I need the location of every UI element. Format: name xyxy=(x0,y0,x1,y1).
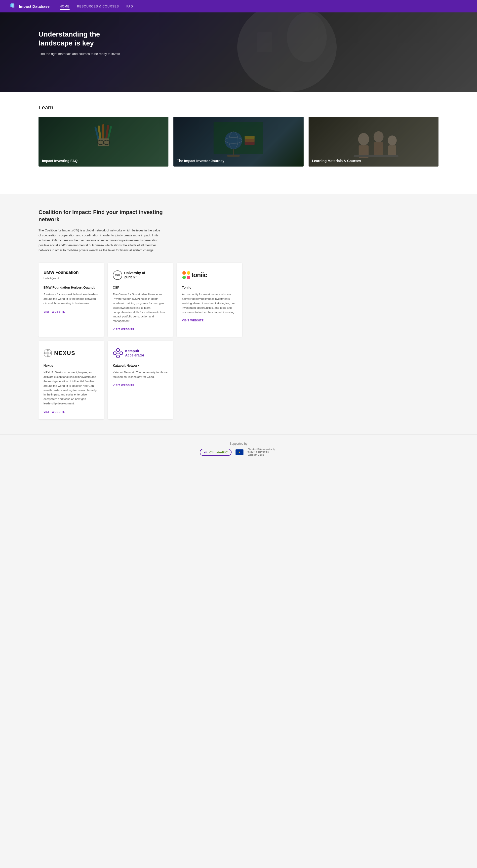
bmw-partner-desc: A network for responsible business leade… xyxy=(43,292,99,306)
nav-links: HOME RESOURCES & COURSES FAQ xyxy=(60,4,133,8)
uzh-logo-area: UZH University ofZurichZH xyxy=(113,268,168,282)
bmw-visit-link[interactable]: VISIT WEBSITE xyxy=(43,310,65,313)
nexus-logo-area: NEXUS xyxy=(43,346,99,360)
learn-card-journey-label: The Impact Investor Journey xyxy=(177,159,224,163)
nav-faq-link[interactable]: FAQ xyxy=(126,5,133,9)
hero-section: Understanding the landscape is key Find … xyxy=(0,12,477,92)
uzh-text: University ofZurichZH xyxy=(124,271,145,279)
coalition-title: Coalition for Impact: Find your impact i… xyxy=(38,209,163,223)
learn-section-title: Learn xyxy=(38,104,439,111)
eit-text: eit xyxy=(204,451,208,454)
toniic-name-logo: toniic xyxy=(191,271,207,279)
bmw-logo-text: BMW FoundationHerbert Quandt xyxy=(43,270,78,280)
logo-icon xyxy=(10,3,17,10)
main-content: Learn Impac xyxy=(0,92,477,194)
svg-point-38 xyxy=(47,355,49,357)
bmw-logo-sub: Herbert Quandt xyxy=(43,277,59,280)
uzh-circle: UZH xyxy=(113,271,122,280)
nexus-partner-desc: NEXUS: Seeks to connect, inspire, and ac… xyxy=(43,370,99,406)
toniic-logo-area: toniic xyxy=(182,268,237,282)
nav-faq[interactable]: FAQ xyxy=(126,4,133,8)
svg-point-4 xyxy=(287,12,327,62)
learn-card-journey[interactable]: The Impact Investor Journey xyxy=(173,117,303,166)
toniic-visit-link[interactable]: VISIT WEBSITE xyxy=(182,319,203,322)
nav-resources-link[interactable]: RESOURCES & COURSES xyxy=(77,5,119,9)
svg-rect-2 xyxy=(12,4,14,8)
toniic-partner-desc: A community for asset owners who are act… xyxy=(182,292,237,314)
uzh-logo: UZH University ofZurichZH xyxy=(113,271,145,280)
svg-point-45 xyxy=(117,348,120,351)
learn-cards-container: Impact Investing FAQ xyxy=(38,117,439,166)
learn-card-faq[interactable]: Impact Investing FAQ xyxy=(38,117,168,166)
hero-title: Understanding the landscape is key xyxy=(38,30,124,48)
svg-point-36 xyxy=(46,352,50,355)
uzh-visit-link[interactable]: VISIT WEBSITE xyxy=(113,328,134,331)
katapult-partner-desc: Katapult Network: The community for thos… xyxy=(113,370,168,379)
partner-card-toniic: toniic Toniic A community for asset owne… xyxy=(177,263,242,337)
svg-rect-5 xyxy=(257,32,272,52)
nexus-logo-icon xyxy=(43,349,52,358)
nexus-logo: NEXUS xyxy=(43,349,75,358)
footer-eu-note: Climate-KIC is supported by the EIT, a b… xyxy=(248,448,277,457)
nexus-visit-link[interactable]: VISIT WEBSITE xyxy=(43,410,65,413)
bmw-logo-area: BMW FoundationHerbert Quandt xyxy=(43,268,99,282)
svg-point-33 xyxy=(182,276,186,279)
toniic-partner-name: Toniic xyxy=(182,285,237,290)
uzh-partner-desc: The Center for Sustainable Finance and P… xyxy=(113,292,168,323)
svg-point-47 xyxy=(120,352,123,355)
nav-home-link[interactable]: HOME xyxy=(60,5,69,10)
partner-card-uzh: UZH University ofZurichZH CSP The Center… xyxy=(108,263,173,337)
partner-grid: BMW FoundationHerbert Quandt BMW Foundat… xyxy=(38,263,242,419)
nav-resources[interactable]: RESOURCES & COURSES xyxy=(77,4,119,8)
learn-card-courses[interactable]: Learning Materials & Courses xyxy=(309,117,439,166)
svg-point-37 xyxy=(47,349,49,351)
katapult-logo-icon xyxy=(113,348,123,359)
coalition-description: The Coalition for Impact (C4i) is a glob… xyxy=(38,228,163,253)
partner-card-nexus: NEXUS Nexus NEXUS: Seeks to connect, ins… xyxy=(38,341,104,419)
eu-flag-icon: ★ xyxy=(235,450,244,455)
svg-point-39 xyxy=(44,352,46,354)
logo-text: Impact Database xyxy=(19,4,50,8)
katapult-visit-link[interactable]: VISIT WEBSITE xyxy=(113,384,134,387)
katapult-logo-area: KatapultAccelerator xyxy=(113,346,168,360)
svg-point-34 xyxy=(187,276,190,279)
footer-supported-text: Supported by xyxy=(0,442,477,445)
uzh-partner-name: CSP xyxy=(113,285,168,290)
katapult-name-logo: KatapultAccelerator xyxy=(125,349,144,358)
svg-point-48 xyxy=(117,355,120,358)
navbar: Impact Database HOME RESOURCES & COURSES… xyxy=(0,0,477,12)
svg-point-32 xyxy=(187,271,190,275)
nexus-name-logo: NEXUS xyxy=(54,350,75,356)
katapult-partner-name: Katapult Network xyxy=(113,363,168,368)
katapult-logo: KatapultAccelerator xyxy=(113,348,144,359)
svg-point-46 xyxy=(113,352,116,355)
nexus-partner-name: Nexus xyxy=(43,363,99,368)
eit-logo: eit Climate-KIC xyxy=(200,449,232,456)
nav-logo[interactable]: Impact Database xyxy=(10,3,50,10)
hero-content: Understanding the landscape is key Find … xyxy=(0,12,124,56)
learn-card-faq-label: Impact Investing FAQ xyxy=(42,159,77,163)
hero-subtitle: Find the right materials and courses to … xyxy=(38,52,124,56)
partner-card-katapult: KatapultAccelerator Katapult Network Kat… xyxy=(108,341,173,419)
learn-card-courses-label: Learning Materials & Courses xyxy=(312,159,361,163)
bmw-partner-name: BMW Foundation Herbert Quandt xyxy=(43,285,99,290)
svg-point-31 xyxy=(182,271,186,275)
coalition-section: Coalition for Impact: Find your impact i… xyxy=(0,194,477,434)
footer: Supported by eit Climate-KIC ★ Climate-K… xyxy=(0,434,477,464)
footer-logos: eit Climate-KIC ★ Climate-KIC is support… xyxy=(0,448,477,457)
svg-point-40 xyxy=(50,352,52,354)
partner-card-bmw: BMW FoundationHerbert Quandt BMW Foundat… xyxy=(38,263,104,337)
climate-kic-text: Climate-KIC xyxy=(210,451,228,454)
nav-home[interactable]: HOME xyxy=(60,4,69,8)
toniic-logo-icon xyxy=(182,271,191,280)
